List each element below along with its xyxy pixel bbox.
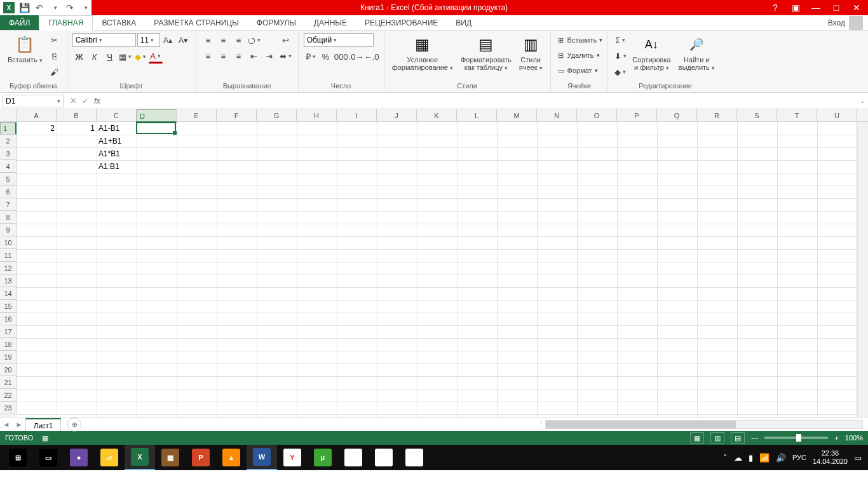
format-cells-button[interactable]: ▭Формат▾: [556, 64, 598, 78]
border-button[interactable]: ▦: [118, 50, 132, 64]
row-header[interactable]: 23: [0, 402, 17, 414]
underline-button[interactable]: Ч: [103, 50, 117, 64]
indent-increase-icon[interactable]: ⇥: [262, 49, 276, 63]
taskbar-yandex-browser[interactable]: Y: [277, 445, 308, 470]
tab-данные[interactable]: ДАННЫЕ: [305, 15, 356, 30]
column-header[interactable]: Q: [657, 109, 697, 121]
autosum-icon[interactable]: Σ: [613, 33, 627, 47]
taskbar-doc1[interactable]: [338, 445, 369, 470]
row-header[interactable]: 4: [0, 160, 17, 173]
column-header[interactable]: O: [577, 109, 617, 121]
row-header[interactable]: 1: [0, 122, 17, 135]
help-icon[interactable]: ?: [769, 3, 782, 13]
paste-button[interactable]: 📋 Вставить: [5, 33, 45, 65]
zoom-out-icon[interactable]: —: [751, 434, 758, 442]
row-header[interactable]: 17: [0, 325, 17, 338]
comma-format-icon[interactable]: 000: [334, 50, 348, 64]
merge-button[interactable]: ⬌: [279, 49, 293, 63]
page-break-view-icon[interactable]: ▤: [731, 432, 745, 444]
maximize-icon[interactable]: □: [830, 3, 843, 13]
column-header[interactable]: G: [257, 109, 297, 121]
decrease-decimal-icon[interactable]: ←.0: [365, 50, 379, 64]
page-layout-view-icon[interactable]: ▥: [710, 432, 724, 444]
new-sheet-button[interactable]: ⊕: [67, 417, 81, 431]
tab-рецензирование[interactable]: РЕЦЕНЗИРОВАНИЕ: [356, 15, 447, 30]
row-header[interactable]: 13: [0, 274, 17, 287]
row-header[interactable]: 8: [0, 211, 17, 224]
row-header[interactable]: 2: [0, 135, 17, 147]
column-header[interactable]: F: [217, 109, 257, 121]
name-box[interactable]: D1▾: [3, 95, 64, 107]
taskbar-doc3[interactable]: [399, 445, 430, 470]
align-middle-icon[interactable]: ≡: [217, 33, 231, 47]
row-header[interactable]: 6: [0, 186, 17, 198]
taskbar-excel[interactable]: X: [125, 445, 155, 470]
fx-icon[interactable]: fx: [94, 96, 100, 105]
row-header[interactable]: 19: [0, 351, 17, 363]
accounting-format-icon[interactable]: ₽: [304, 50, 318, 64]
macro-record-icon[interactable]: ▦: [42, 434, 48, 442]
align-bottom-icon[interactable]: ≡: [232, 33, 246, 47]
spreadsheet-grid[interactable]: ABCDEFGHIJKLMNOPQRSTU 123456789101112131…: [0, 109, 868, 417]
font-color-button[interactable]: A: [149, 50, 163, 64]
percent-format-icon[interactable]: %: [319, 50, 333, 64]
undo-dropdown[interactable]: [48, 1, 61, 14]
undo-icon[interactable]: ↶: [33, 1, 46, 14]
delete-cells-button[interactable]: ⊟Удалить▾: [556, 48, 600, 62]
tray-language[interactable]: РУС: [792, 454, 806, 461]
row-header[interactable]: 14: [0, 287, 17, 300]
formula-input[interactable]: [105, 95, 857, 107]
cell-value[interactable]: A1*B1: [97, 147, 137, 160]
zoom-level[interactable]: 100%: [845, 434, 863, 442]
taskbar-powerpoint[interactable]: P: [186, 445, 216, 470]
taskbar-explorer[interactable]: 📁: [94, 445, 125, 470]
indent-decrease-icon[interactable]: ⇤: [247, 49, 261, 63]
minimize-icon[interactable]: —: [810, 3, 822, 13]
taskbar-utorrent[interactable]: µ: [308, 445, 338, 470]
taskbar-doc2[interactable]: [369, 445, 399, 470]
row-header[interactable]: 18: [0, 338, 17, 351]
tray-clock[interactable]: 22:36 14.04.2020: [813, 449, 848, 466]
row-header[interactable]: 16: [0, 313, 17, 325]
tray-notifications-icon[interactable]: ▭: [854, 453, 862, 463]
row-header[interactable]: 3: [0, 147, 17, 160]
number-format-select[interactable]: Общий: [304, 33, 374, 47]
font-size-select[interactable]: 11: [137, 33, 160, 47]
vertical-scrollbar[interactable]: [857, 122, 868, 417]
active-cell-outline[interactable]: [136, 121, 176, 134]
find-select-button[interactable]: 🔎Найти и выделить: [676, 33, 717, 73]
row-header[interactable]: 20: [0, 363, 17, 376]
tab-вид[interactable]: ВИД: [447, 15, 480, 30]
orientation-icon[interactable]: ⭯: [247, 33, 261, 47]
tray-wifi-icon[interactable]: 📶: [759, 453, 770, 463]
taskbar-vlc[interactable]: ▲: [216, 445, 247, 470]
column-header[interactable]: I: [337, 109, 377, 121]
shrink-font-icon[interactable]: A▾: [177, 33, 191, 47]
sign-in-link[interactable]: Вход: [828, 18, 845, 27]
tab-split[interactable]: ⋮: [536, 420, 545, 428]
cell-value[interactable]: A1+B1: [97, 135, 137, 147]
select-all-corner[interactable]: [0, 109, 17, 121]
grow-font-icon[interactable]: A▴: [161, 33, 175, 47]
taskbar-start[interactable]: ⊞: [3, 445, 33, 470]
format-painter-icon[interactable]: 🖌: [48, 65, 62, 79]
sheet-tab[interactable]: Лист1: [25, 418, 61, 431]
row-header[interactable]: 11: [0, 249, 17, 262]
tray-volume-icon[interactable]: 🔊: [776, 453, 786, 463]
column-header[interactable]: C: [97, 109, 137, 121]
align-left-icon[interactable]: ≡: [201, 49, 215, 63]
save-icon[interactable]: 💾: [18, 1, 31, 14]
row-header[interactable]: 15: [0, 300, 17, 313]
tab-file[interactable]: ФАЙЛ: [0, 15, 39, 30]
column-header[interactable]: B: [57, 109, 97, 121]
tab-главная[interactable]: ГЛАВНАЯ: [39, 15, 93, 30]
cell-value[interactable]: A1-B1: [97, 122, 137, 135]
taskbar-yandex-disk[interactable]: ●: [64, 445, 94, 470]
tab-разметка страницы[interactable]: РАЗМЕТКА СТРАНИЦЫ: [145, 15, 248, 30]
row-header[interactable]: 21: [0, 376, 17, 389]
tab-формулы[interactable]: ФОРМУЛЫ: [248, 15, 305, 30]
user-avatar[interactable]: [849, 16, 863, 30]
row-header[interactable]: 10: [0, 236, 17, 249]
zoom-in-icon[interactable]: +: [834, 434, 838, 442]
column-header[interactable]: A: [17, 109, 57, 121]
